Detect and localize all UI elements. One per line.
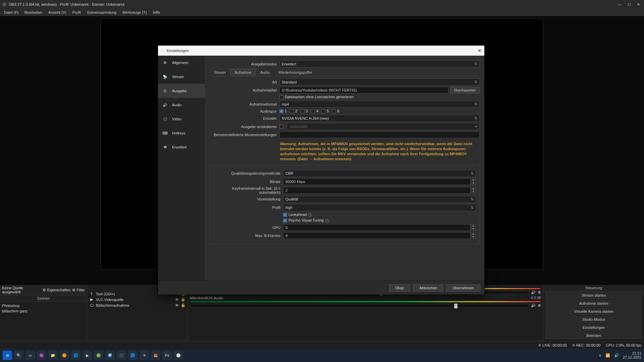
minimize-button[interactable]: — (618, 2, 622, 7)
bframes-input[interactable] (283, 232, 471, 239)
studio-mode-button[interactable]: Studio-Modus (545, 316, 642, 323)
start-button[interactable]: ⊞ (3, 351, 12, 360)
lookahead-checkbox[interactable] (283, 213, 287, 217)
tab-stream[interactable]: Stream (210, 69, 230, 76)
menu-ansicht[interactable]: Ansicht (V) (46, 10, 69, 15)
taskbar-app[interactable]: 🟠 (60, 351, 69, 360)
sidebar-item-stream[interactable]: 📡Stream (158, 70, 205, 84)
tab-audio[interactable]: Audio (256, 69, 274, 76)
no-spaces-checkbox[interactable] (279, 95, 283, 99)
gpu-spinner[interactable]: ▲▼ (471, 224, 476, 231)
tray-volume-icon[interactable]: 🔊 (614, 353, 619, 358)
menu-hilfe[interactable]: Hilfe (150, 10, 163, 15)
source-item[interactable]: 🖵Bildschirmaufnahme👁🔒 (89, 302, 185, 308)
sidebar-item-hotkeys[interactable]: ⌨Hotkeys (158, 126, 205, 140)
tab-aufnahme[interactable]: Aufnahme (230, 69, 256, 76)
track-4-checkbox[interactable] (311, 109, 315, 113)
taskbar-app[interactable]: 📁 (48, 351, 58, 360)
track-6-checkbox[interactable] (332, 109, 336, 113)
scene-item[interactable]: Photoshop (2, 303, 85, 308)
chevron-updown-icon: ⇅ (471, 197, 474, 201)
bframes-spinner[interactable]: ▲▼ (471, 232, 476, 239)
sidebar-item-erweitert[interactable]: 🛠Erweitert (158, 140, 205, 154)
taskbar-app[interactable]: ✳ (140, 351, 149, 360)
art-select[interactable]: Standard⇅ (279, 78, 480, 85)
track-5-checkbox[interactable] (321, 109, 325, 113)
sidebar-item-video[interactable]: 🖵Video (158, 112, 205, 126)
taskbar-app[interactable]: Ps (162, 351, 172, 360)
help-icon[interactable]: ? (308, 213, 312, 217)
encoder-select[interactable]: NVIDIA NVENC H.264 (new)⇅ (279, 115, 480, 122)
taskbar-app[interactable]: ▶ (83, 351, 92, 360)
tab-wiederholung[interactable]: Wiederholungspuffer (274, 69, 317, 76)
taskbar-app[interactable]: 🌍 (105, 351, 115, 360)
taskbar-app[interactable]: 🦊 (151, 351, 160, 360)
keyframe-input[interactable] (283, 187, 471, 194)
apply-button[interactable]: Übernehmen (446, 284, 480, 292)
psycho-checkbox[interactable] (283, 219, 287, 223)
start-record-button[interactable]: Aufnahme starten (545, 300, 642, 307)
menu-bearbeiten[interactable]: Bearbeiten (22, 10, 45, 15)
ok-button[interactable]: Okay (389, 284, 411, 292)
taskbar-app[interactable]: 🟦 (128, 351, 138, 360)
menu-profil[interactable]: Profil (70, 10, 84, 15)
speaker-icon[interactable]: 🔊 (531, 290, 536, 295)
keyframe-spinner[interactable]: ▲▼ (471, 187, 476, 194)
rate-control-select[interactable]: CBR⇅ (283, 170, 476, 177)
sidebar-item-allgemein[interactable]: ⚙Allgemein (158, 56, 205, 70)
sidebar-item-audio[interactable]: 🔊Audio (158, 98, 205, 112)
ausgabemodus-select[interactable]: Erweitert⇅ (279, 60, 480, 67)
source-item[interactable]: ▶VLC-Videoquelle👁🔒 (89, 297, 185, 302)
format-select[interactable]: mp4⇅ (279, 101, 480, 108)
gear-icon[interactable]: ⚙ (538, 303, 541, 308)
muxer-input[interactable] (279, 131, 480, 138)
filter-btn[interactable]: Filter (77, 288, 85, 292)
clock[interactable]: 21:11 27.12.2021 (623, 351, 641, 359)
taskbar-app[interactable]: ⚪ (174, 351, 183, 360)
profil-select[interactable]: high⇅ (283, 204, 476, 211)
eye-icon[interactable]: 👁 (175, 298, 179, 302)
help-icon[interactable]: ? (325, 219, 329, 223)
menu-szenensammlung[interactable]: Szenensammlung (84, 10, 119, 15)
gear-icon[interactable]: ⚙ (538, 290, 541, 295)
taskbar-app[interactable]: ⬛ (117, 351, 126, 360)
scene-item[interactable]: bildschirm ganz (2, 308, 85, 314)
taskbar-app[interactable]: 🟢 (94, 351, 103, 360)
track-3-checkbox[interactable] (301, 109, 305, 113)
bitrate-spinner[interactable]: ▲▼ (471, 178, 476, 185)
lock-icon[interactable]: 🔒 (181, 297, 185, 302)
lock-icon[interactable]: 🔒 (181, 303, 185, 307)
rescale-checkbox[interactable] (279, 125, 283, 129)
tray-wifi-icon[interactable]: 📶 (605, 353, 610, 358)
start-stream-button[interactable]: Stream starten (545, 292, 642, 299)
cancel-button[interactable]: Abbrechen (413, 284, 443, 292)
search-button[interactable]: 🔍 (14, 351, 23, 360)
chevron-updown-icon: ⇅ (471, 171, 474, 176)
menu-datei[interactable]: Datei (F) (1, 10, 21, 15)
taskbar-app[interactable]: 🟣 (37, 351, 46, 360)
dialog-close-button[interactable]: ✕ (478, 48, 482, 53)
taskview-button[interactable]: ▭ (25, 351, 35, 360)
menu-werkzeuge[interactable]: Werkzeuge (T) (120, 10, 150, 15)
exit-button[interactable]: Beenden (545, 332, 642, 339)
volume-slider[interactable] (190, 304, 529, 307)
props-btn[interactable]: Eigenschaften (47, 288, 71, 292)
sidebar-item-ausgabe[interactable]: ⎘Ausgabe (158, 84, 205, 98)
tray-chevron-icon[interactable]: ∧ (599, 353, 601, 358)
preset-select[interactable]: Qualität⇅ (283, 196, 476, 203)
settings-button[interactable]: Einstellungen (545, 324, 642, 331)
taskbar-app[interactable]: 🌐 (71, 351, 80, 360)
bitrate-input[interactable] (283, 178, 471, 185)
gpu-input[interactable] (283, 224, 471, 231)
speaker-icon[interactable]: 🔊 (531, 303, 536, 308)
keyboard-icon: ⌨ (161, 129, 169, 137)
browse-button[interactable]: Durchsuchen (450, 87, 480, 94)
close-button[interactable]: ✕ (637, 2, 640, 7)
track-2-checkbox[interactable] (290, 109, 294, 113)
start-vcam-button[interactable]: Virtuelle Kamera starten (545, 308, 642, 315)
record-path-input[interactable] (279, 87, 448, 94)
audio-meter (190, 301, 541, 303)
track-1-checkbox[interactable] (279, 109, 283, 113)
maximize-button[interactable]: ☐ (628, 2, 631, 7)
eye-icon[interactable]: 👁 (175, 303, 179, 307)
